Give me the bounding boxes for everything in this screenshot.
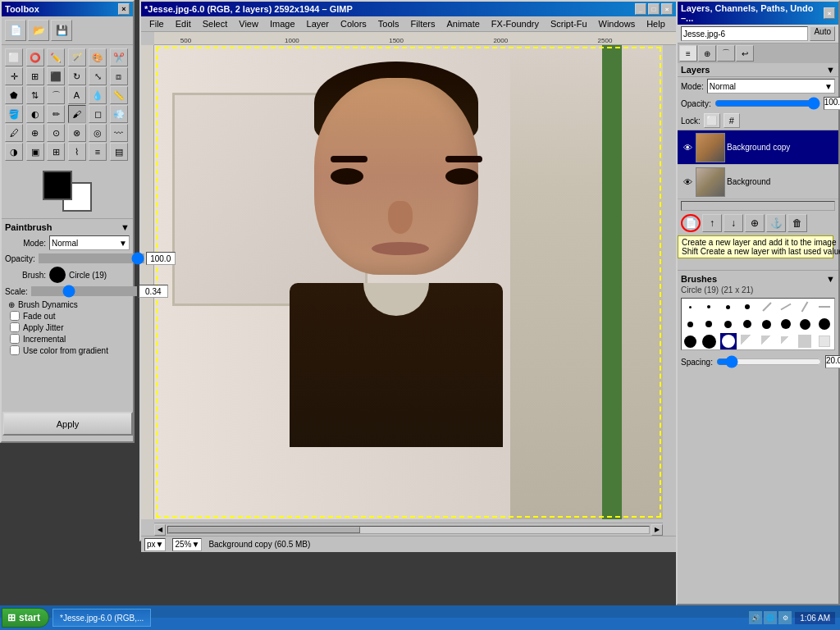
lock-alpha-icon[interactable]: #: [724, 113, 740, 128]
brush-cell-18[interactable]: [701, 333, 717, 349]
menu-edit[interactable]: Edit: [171, 18, 196, 30]
menu-image[interactable]: Image: [265, 18, 300, 30]
brush-cell-17[interactable]: [682, 333, 698, 349]
color-balance-tool[interactable]: ⊞: [47, 143, 65, 161]
layer-row-background-copy[interactable]: 👁 Background copy: [678, 130, 838, 165]
layers-tab[interactable]: ≡: [679, 45, 697, 62]
brush-dynamics-button[interactable]: ⊕ Brush Dynamics: [5, 299, 130, 310]
desaturate-tool[interactable]: ▣: [26, 143, 44, 161]
brush-cell-7[interactable]: [797, 299, 813, 315]
clone-tool[interactable]: ⊕: [26, 124, 44, 142]
brush-cell-1[interactable]: [682, 299, 698, 315]
menu-animate[interactable]: Animate: [441, 18, 484, 30]
brush-cell-24[interactable]: [816, 333, 833, 349]
menu-help[interactable]: Help: [641, 18, 670, 30]
restore-button[interactable]: □: [648, 3, 660, 15]
mode-dropdown[interactable]: Normal ▼: [707, 79, 835, 94]
save-file-icon[interactable]: 💾: [51, 20, 72, 41]
duplicate-layer-button[interactable]: ⊕: [745, 214, 765, 232]
canvas-area[interactable]: [154, 45, 663, 519]
scale-slider[interactable]: [31, 286, 137, 296]
fuzzy-select-tool[interactable]: 🪄: [68, 48, 86, 66]
layer-row-background[interactable]: 👁 Background: [678, 165, 838, 199]
path-tool[interactable]: ⌒: [47, 86, 65, 104]
delete-layer-button[interactable]: 🗑: [788, 214, 807, 232]
apply-button[interactable]: Apply: [2, 412, 133, 436]
menu-tools[interactable]: Tools: [373, 18, 404, 30]
text-tool[interactable]: A: [68, 86, 86, 104]
raise-layer-button[interactable]: ↑: [702, 214, 722, 232]
pencil-tool[interactable]: ✏: [47, 105, 65, 123]
mode-dropdown[interactable]: Normal ▼: [49, 235, 130, 250]
taskbar-gimp-item[interactable]: *Jesse.jpg-6.0 (RGB,...: [52, 609, 151, 627]
menu-fx-foundry[interactable]: FX-Foundry: [486, 18, 544, 30]
tray-icon-3[interactable]: ⚙: [778, 611, 792, 624]
brush-cell-22[interactable]: [778, 333, 794, 349]
canvas-scrollbar-horizontal[interactable]: ◀ ▶: [154, 523, 663, 536]
bucket-fill-tool[interactable]: 🪣: [5, 105, 23, 123]
curves-tool[interactable]: ⌇: [68, 143, 86, 161]
anchor-layer-button[interactable]: ⚓: [766, 214, 786, 232]
shear-tool[interactable]: ⧈: [110, 67, 128, 85]
scroll-left-button[interactable]: ◀: [154, 524, 166, 536]
paths-tab[interactable]: ⌒: [717, 45, 735, 62]
new-layer-button[interactable]: 📄: [681, 214, 701, 232]
free-select-tool[interactable]: ✏️: [47, 48, 65, 66]
menu-select[interactable]: Select: [198, 18, 233, 30]
brush-cell-21[interactable]: [759, 333, 775, 349]
perspective-clone-tool[interactable]: ⊗: [68, 124, 86, 142]
blend-tool[interactable]: ◐: [26, 105, 44, 123]
levels-tool[interactable]: ≡: [89, 143, 107, 161]
channels-tab[interactable]: ⊕: [698, 45, 716, 62]
opacity-slider[interactable]: [714, 98, 820, 108]
brush-cell-5[interactable]: [759, 299, 775, 315]
brush-cell-9[interactable]: [682, 316, 698, 332]
close-button[interactable]: ×: [661, 3, 673, 15]
opacity-slider[interactable]: [39, 253, 144, 263]
menu-file[interactable]: File: [144, 18, 169, 30]
menu-windows[interactable]: Windows: [594, 18, 641, 30]
menu-colors[interactable]: Colors: [336, 18, 372, 30]
brush-cell-10[interactable]: [701, 316, 717, 332]
eraser-tool[interactable]: ◻: [89, 105, 107, 123]
file-dropdown[interactable]: Jesse.jpg-6: [681, 26, 808, 41]
scrollbar-track-h[interactable]: [167, 526, 650, 534]
flip-tool[interactable]: ⇅: [26, 86, 44, 104]
brush-cell-16[interactable]: [816, 316, 833, 332]
menu-view[interactable]: View: [234, 18, 263, 30]
smudge-tool[interactable]: 〰: [110, 124, 128, 142]
auto-button[interactable]: Auto: [810, 26, 835, 41]
layer-eye-background[interactable]: 👁: [681, 176, 694, 189]
apply-jitter-checkbox[interactable]: [10, 322, 20, 332]
brush-cell-2[interactable]: [701, 299, 717, 315]
layers-section-expand[interactable]: ▼: [826, 65, 835, 75]
perspective-tool[interactable]: ⬟: [5, 86, 23, 104]
dodge-burn-tool[interactable]: ◑: [5, 143, 23, 161]
brush-cell-14[interactable]: [778, 316, 794, 332]
brush-cell-3[interactable]: [720, 299, 737, 315]
brush-cell-4[interactable]: [739, 299, 756, 315]
brush-cell-20[interactable]: [739, 333, 756, 349]
start-button[interactable]: ⊞ start: [2, 608, 49, 628]
select-by-color-tool[interactable]: 🎨: [89, 48, 107, 66]
blur-sharpen-tool[interactable]: ◎: [89, 124, 107, 142]
brush-cell-19-selected[interactable]: [720, 333, 737, 349]
menu-layer[interactable]: Layer: [302, 18, 335, 30]
incremental-checkbox[interactable]: [10, 334, 20, 344]
scrollbar-thumb-h[interactable]: [168, 527, 360, 533]
zoom-dropdown[interactable]: 25% ▼: [172, 538, 202, 551]
brush-cell-15[interactable]: [797, 316, 813, 332]
fade-out-checkbox-row[interactable]: Fade out: [5, 310, 130, 322]
undo-tab[interactable]: ↩: [736, 45, 754, 62]
brush-selector[interactable]: Circle (19): [49, 267, 130, 283]
ellipse-select-tool[interactable]: ⭕: [26, 48, 44, 66]
incremental-checkbox-row[interactable]: Incremental: [5, 333, 130, 345]
crop-tool[interactable]: ⬛: [47, 67, 65, 85]
new-file-icon[interactable]: 📄: [5, 20, 26, 41]
tray-icon-1[interactable]: 🔊: [749, 611, 762, 624]
airbrush-tool[interactable]: 💨: [110, 105, 128, 123]
brush-cell-23[interactable]: [797, 333, 813, 349]
scroll-right-button[interactable]: ▶: [651, 524, 663, 536]
heal-tool[interactable]: ⊙: [47, 124, 65, 142]
toolbox-close-button[interactable]: ×: [118, 3, 130, 15]
